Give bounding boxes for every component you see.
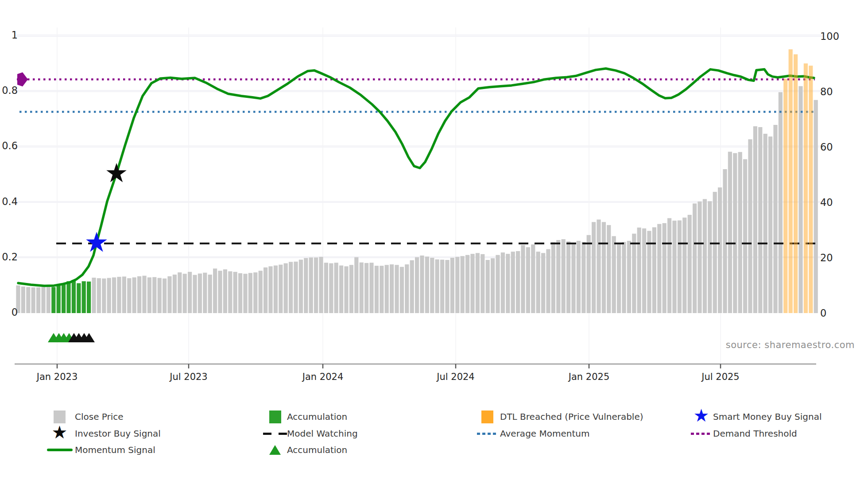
legend-item-investor-buy-signal: ★ Investor Buy Signal bbox=[44, 425, 161, 442]
close-price-bar bbox=[329, 263, 333, 314]
close-price-bar bbox=[713, 192, 717, 313]
left-axis-label: 0.6 bbox=[2, 140, 18, 151]
close-price-bar bbox=[102, 279, 106, 313]
close-price-bar bbox=[798, 86, 802, 314]
close-price-bar bbox=[122, 277, 126, 314]
close-price-bar bbox=[203, 273, 207, 313]
right-axis-label: 60 bbox=[820, 141, 833, 153]
close-price-bar bbox=[92, 278, 96, 313]
close-price-bar bbox=[97, 278, 101, 313]
close-price-bar bbox=[546, 249, 550, 313]
accumulation-bar bbox=[72, 280, 76, 313]
accumulation-bar bbox=[51, 287, 55, 313]
close-price-bar bbox=[531, 244, 535, 313]
close-price-bar bbox=[395, 265, 399, 313]
close-price-bar bbox=[612, 236, 616, 313]
close-price-bar bbox=[41, 287, 45, 313]
close-price-bar bbox=[324, 263, 328, 313]
close-price-bar bbox=[137, 276, 141, 313]
close-price-bar bbox=[450, 258, 454, 313]
close-price-bar bbox=[360, 263, 364, 313]
close-price-bar bbox=[334, 263, 338, 313]
legend-item-dtl-breached: DTL Breached (Price Vulnerable) bbox=[475, 408, 643, 425]
close-price-bar bbox=[375, 266, 379, 313]
legend-item-accumulation-triangle: Accumulation bbox=[263, 442, 347, 458]
close-price-bar bbox=[758, 127, 762, 313]
close-price-bar bbox=[183, 274, 187, 313]
close-price-bar bbox=[289, 262, 293, 313]
legend-item-smart-money-buy-signal: ★ Smart Money Buy Signal bbox=[690, 408, 822, 425]
close-price-bar bbox=[193, 275, 197, 313]
close-price-bar bbox=[470, 254, 474, 313]
close-price-bar bbox=[637, 228, 641, 313]
close-price-bar bbox=[491, 258, 495, 313]
legend-label: Accumulation bbox=[287, 442, 347, 458]
close-price-bar bbox=[299, 259, 303, 313]
close-price-bar bbox=[339, 266, 343, 314]
close-price-bar bbox=[26, 287, 30, 313]
close-price-bar bbox=[642, 229, 646, 313]
demand-threshold-pointer bbox=[17, 72, 28, 86]
close-price-bar bbox=[521, 245, 525, 313]
blue-star-icon: ★ bbox=[694, 407, 709, 424]
x-axis-label: Jul 2024 bbox=[436, 372, 474, 382]
close-price-bar bbox=[390, 264, 394, 313]
close-price-bar bbox=[526, 247, 530, 313]
black-star-icon: ★ bbox=[52, 424, 68, 441]
purple-dots-icon bbox=[691, 433, 712, 435]
close-price-bar bbox=[243, 274, 247, 313]
close-price-bar bbox=[753, 126, 757, 313]
close-price-bar bbox=[228, 271, 232, 313]
close-price-bar bbox=[369, 263, 373, 313]
close-price-bar bbox=[309, 257, 313, 313]
right-axis-label: 20 bbox=[820, 252, 833, 263]
close-price-bar bbox=[682, 217, 686, 313]
close-price-bar bbox=[36, 287, 40, 313]
legend-item-accumulation-bar: Accumulation bbox=[263, 408, 347, 425]
close-price-bar bbox=[238, 273, 242, 313]
x-axis-label: Jan 2023 bbox=[36, 372, 78, 382]
close-price-bar bbox=[688, 215, 692, 313]
close-price-bar bbox=[536, 252, 540, 313]
x-axis-label: Jul 2023 bbox=[169, 372, 207, 382]
dash-segment bbox=[263, 433, 271, 435]
close-price-bar bbox=[233, 272, 237, 313]
close-price-bar bbox=[541, 253, 545, 313]
close-price-bar bbox=[152, 277, 156, 313]
close-price-bar bbox=[657, 224, 661, 313]
close-price-bar bbox=[107, 278, 111, 313]
close-price-bar bbox=[480, 254, 484, 313]
close-price-bar bbox=[581, 242, 585, 313]
close-price-bar bbox=[763, 134, 767, 313]
accumulation-bar bbox=[57, 285, 61, 313]
dtl-breached-bar bbox=[804, 63, 808, 313]
close-price-swatch-icon bbox=[54, 411, 66, 423]
legend-label: Investor Buy Signal bbox=[75, 425, 161, 442]
close-price-bar bbox=[506, 254, 510, 313]
legend-label: Accumulation bbox=[287, 408, 347, 425]
close-price-bar bbox=[142, 276, 146, 313]
close-price-bar bbox=[663, 223, 666, 313]
accumulation-bar bbox=[66, 281, 70, 313]
x-axis-label: Jan 2024 bbox=[302, 372, 344, 382]
close-price-bar bbox=[167, 276, 171, 313]
close-price-bar bbox=[188, 272, 192, 313]
close-price-bar bbox=[501, 252, 505, 313]
close-price-bar bbox=[587, 235, 591, 313]
close-price-bar bbox=[349, 265, 353, 313]
close-price-bar bbox=[602, 222, 606, 313]
close-price-bar bbox=[672, 221, 676, 313]
close-price-bar bbox=[723, 169, 727, 313]
close-price-bar bbox=[607, 225, 611, 313]
accumulation-swatch-icon bbox=[269, 411, 281, 423]
close-price-bar bbox=[814, 100, 818, 313]
accumulation-bar bbox=[62, 283, 66, 314]
close-price-bar bbox=[632, 234, 636, 313]
investor-buy-signal-star bbox=[106, 163, 127, 182]
close-price-bar bbox=[566, 241, 570, 313]
close-price-bar bbox=[198, 274, 202, 313]
close-price-bar bbox=[364, 263, 368, 313]
close-price-bar bbox=[652, 227, 656, 313]
close-price-bar bbox=[410, 260, 414, 313]
close-price-bar bbox=[455, 257, 459, 313]
